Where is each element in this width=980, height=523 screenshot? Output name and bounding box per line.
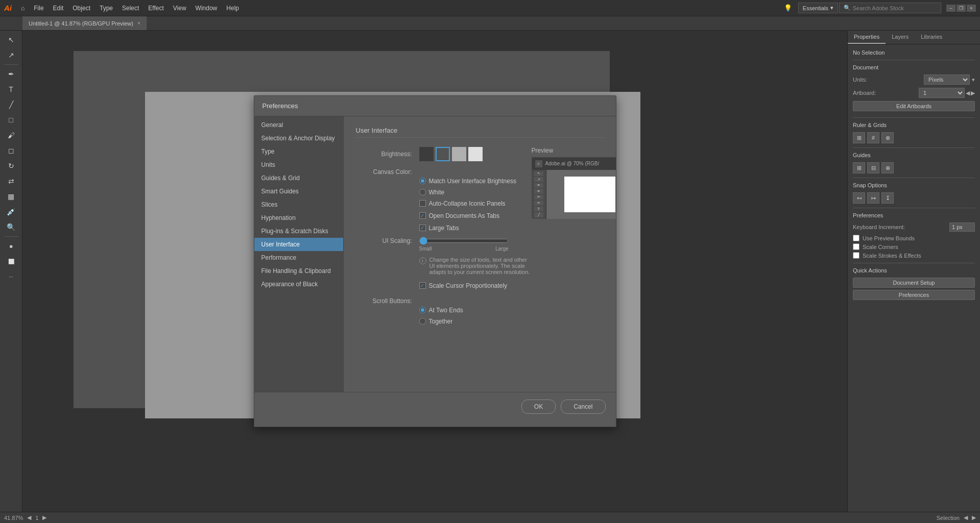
radio-white[interactable] — [419, 189, 426, 195]
sidebar-item-selection[interactable]: Selection & Anchor Display — [254, 132, 343, 145]
snap-icon-1[interactable]: ↤ — [853, 192, 865, 204]
paint-tool[interactable]: 🖌 — [3, 128, 19, 142]
close-tab-icon[interactable]: × — [137, 20, 140, 26]
artboard-next-icon[interactable]: ▶ — [971, 90, 975, 96]
sidebar-item-slices[interactable]: Slices — [254, 198, 343, 211]
pen-tool[interactable]: ✒ — [3, 67, 19, 81]
checkbox-auto-collapse[interactable] — [419, 200, 426, 207]
sidebar-item-file-handling[interactable]: File Handling & Clipboard — [254, 264, 343, 278]
rect-tool[interactable]: □ — [3, 113, 19, 127]
scale-corners-label: Scale Corners — [863, 244, 898, 250]
eyedropper-tool[interactable]: 💉 — [3, 205, 19, 219]
checkbox-large-tabs[interactable] — [419, 225, 426, 231]
scroll-left-icon[interactable]: ◀ — [964, 514, 968, 521]
grid-icon[interactable]: # — [867, 132, 879, 143]
sidebar-item-units[interactable]: Units — [254, 158, 343, 171]
document-tab[interactable]: Untitled-1 @ 41.87% (RGB/GPU Preview) × — [22, 16, 147, 30]
menu-file[interactable]: File — [30, 3, 47, 14]
cancel-button[interactable]: Cancel — [561, 400, 605, 414]
line-tool[interactable]: ╱ — [3, 97, 19, 112]
zoom-tool[interactable]: 🔍 — [3, 220, 19, 234]
blend-tool[interactable]: ⇄ — [3, 174, 19, 188]
info-text: Change the size of tools, text and other… — [429, 257, 532, 275]
artboard-select[interactable]: 1 — [919, 88, 965, 98]
guide-icon-3[interactable]: ⊕ — [881, 162, 894, 173]
gradient-tool[interactable]: ▦ — [3, 189, 19, 204]
tab-layers[interactable]: Layers — [886, 31, 915, 44]
radio-together[interactable] — [419, 318, 426, 325]
swatch-medium[interactable] — [452, 147, 466, 161]
sidebar-item-hyphenation[interactable]: Hyphenation — [254, 211, 343, 225]
guides-icons: ⊞ ⊟ ⊕ — [853, 162, 975, 173]
workspace-selector[interactable]: Essentials ▾ — [798, 3, 838, 13]
tab-libraries[interactable]: Libraries — [915, 31, 948, 44]
scroll-right-icon[interactable]: ▶ — [972, 514, 976, 521]
scroll-buttons-row: Scroll Buttons: — [356, 297, 532, 305]
menu-view[interactable]: View — [169, 3, 190, 14]
menu-effect[interactable]: Effect — [144, 3, 168, 14]
preferences-panel-button[interactable]: Preferences — [853, 290, 975, 300]
ok-button[interactable]: OK — [521, 400, 556, 414]
document-setup-button[interactable]: Document Setup — [853, 278, 975, 288]
eraser-tool[interactable]: ◻ — [3, 143, 19, 158]
tab-properties[interactable]: Properties — [848, 31, 886, 44]
snap-icon-3[interactable]: ↧ — [881, 192, 894, 204]
sidebar-item-general[interactable]: General — [254, 118, 343, 132]
guide-icon-2[interactable]: ⊟ — [867, 162, 879, 173]
sidebar-item-plugins[interactable]: Plug-ins & Scratch Disks — [254, 225, 343, 238]
checkbox-open-docs[interactable] — [419, 212, 426, 219]
scale-corners-checkbox[interactable] — [853, 243, 859, 250]
swatch-medium-dark[interactable] — [436, 147, 450, 161]
brightness-swatches — [419, 147, 483, 161]
snap-icon-2[interactable]: ↦ — [867, 192, 879, 204]
sidebar-item-performance[interactable]: Performance — [254, 251, 343, 264]
minimize-button[interactable]: – — [946, 5, 955, 12]
close-button[interactable]: × — [967, 5, 976, 12]
checkbox-scale-cursor[interactable] — [419, 282, 426, 289]
type-tool[interactable]: T — [3, 82, 19, 96]
use-preview-bounds-checkbox[interactable] — [853, 235, 859, 241]
swatch-dark[interactable] — [419, 147, 434, 161]
sidebar-item-guides[interactable]: Guides & Grid — [254, 171, 343, 185]
artboard-prev-icon[interactable]: ◀ — [966, 90, 970, 96]
workspace-label: Essentials — [803, 5, 828, 11]
menu-edit[interactable]: Edit — [49, 3, 68, 14]
guide-icon-1[interactable]: ⊞ — [853, 162, 865, 173]
snap-icon[interactable]: ⊕ — [881, 132, 894, 143]
menu-home[interactable]: ⌂ — [17, 3, 29, 14]
screen-mode-tool[interactable]: ⬜ — [3, 254, 19, 268]
more-tools[interactable]: ··· — [3, 269, 19, 284]
nav-prev-icon[interactable]: ◀ — [27, 514, 31, 521]
lightbulb-icon[interactable]: 💡 — [784, 4, 792, 12]
menu-object[interactable]: Object — [68, 3, 94, 14]
direct-selection-tool[interactable]: ↗ — [3, 48, 19, 62]
rotate-tool[interactable]: ↻ — [3, 159, 19, 173]
sidebar-item-user-interface[interactable]: User Interface — [254, 238, 343, 251]
radio-match-brightness[interactable] — [419, 178, 426, 184]
ruler-grids-label: Ruler & Grids — [853, 122, 975, 128]
preview-tools: ↖ ↗ ✒ ✒ ✏ ✏ T ╱ — [532, 170, 546, 219]
keyboard-increment-input[interactable] — [949, 222, 975, 232]
menu-type[interactable]: Type — [95, 3, 117, 14]
nav-next-icon[interactable]: ▶ — [42, 514, 46, 521]
edit-artboards-button[interactable]: Edit Artboards — [853, 101, 975, 111]
scale-strokes-checkbox[interactable] — [853, 252, 859, 259]
sidebar-item-appearance-black[interactable]: Appearance of Black — [254, 278, 343, 291]
sidebar-item-type[interactable]: Type — [254, 145, 343, 158]
units-select[interactable]: Pixels — [924, 74, 970, 85]
menu-window[interactable]: Window — [192, 3, 222, 14]
restore-button[interactable]: ❐ — [957, 5, 966, 12]
radio-two-ends[interactable] — [419, 307, 426, 313]
search-stock[interactable]: 🔍 Search Adobe Stock — [839, 3, 941, 13]
swatch-light[interactable] — [468, 147, 483, 161]
preview-title-text: Adobe.ai @ 70% (RGB/ — [545, 161, 600, 166]
preview-close-btn[interactable]: × — [535, 160, 542, 167]
fill-tool[interactable]: ■ — [3, 239, 19, 253]
zoom-level[interactable]: 41.87% — [4, 515, 23, 521]
selection-tool[interactable]: ↖ — [3, 33, 19, 47]
menu-help[interactable]: Help — [222, 3, 243, 14]
sidebar-item-smart-guides[interactable]: Smart Guides — [254, 185, 343, 198]
ruler-icon[interactable]: ⊞ — [853, 132, 865, 143]
ui-scaling-slider[interactable] — [419, 237, 509, 245]
menu-select[interactable]: Select — [118, 3, 143, 14]
